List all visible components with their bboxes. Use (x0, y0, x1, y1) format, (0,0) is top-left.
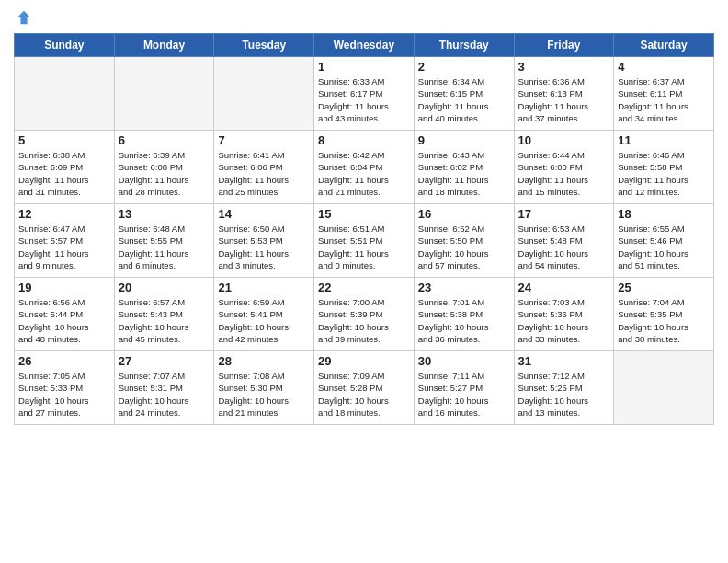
day-info: Sunrise: 6:46 AM Sunset: 5:58 PM Dayligh… (618, 149, 710, 198)
day-number: 7 (218, 133, 310, 147)
day-info: Sunrise: 7:08 AM Sunset: 5:30 PM Dayligh… (218, 370, 310, 419)
calendar-cell: 20Sunrise: 6:57 AM Sunset: 5:43 PM Dayli… (114, 278, 214, 351)
calendar-cell: 4Sunrise: 6:37 AM Sunset: 6:11 PM Daylig… (614, 57, 714, 131)
calendar-cell: 14Sunrise: 6:50 AM Sunset: 5:53 PM Dayli… (214, 204, 314, 278)
svg-marker-0 (17, 11, 30, 24)
day-number: 19 (18, 281, 110, 294)
day-number: 25 (618, 281, 710, 294)
day-number: 3 (518, 60, 610, 74)
logo-icon (16, 9, 32, 26)
calendar-cell: 1Sunrise: 6:33 AM Sunset: 6:17 PM Daylig… (314, 57, 415, 131)
day-info: Sunrise: 7:11 AM Sunset: 5:27 PM Dayligh… (418, 370, 510, 419)
calendar-cell: 2Sunrise: 6:34 AM Sunset: 6:15 PM Daylig… (414, 57, 514, 131)
logo (14, 9, 32, 26)
calendar-cell: 30Sunrise: 7:11 AM Sunset: 5:27 PM Dayli… (414, 351, 514, 425)
calendar-cell: 17Sunrise: 6:53 AM Sunset: 5:48 PM Dayli… (514, 204, 614, 278)
day-number: 28 (218, 354, 310, 368)
day-number: 13 (119, 207, 210, 221)
calendar-cell: 6Sunrise: 6:39 AM Sunset: 6:08 PM Daylig… (114, 131, 214, 204)
day-info: Sunrise: 6:37 AM Sunset: 6:11 PM Dayligh… (618, 75, 710, 124)
calendar-cell: 10Sunrise: 6:44 AM Sunset: 6:00 PM Dayli… (514, 131, 614, 204)
calendar-cell: 13Sunrise: 6:48 AM Sunset: 5:55 PM Dayli… (114, 204, 214, 278)
week-row-1: 5Sunrise: 6:38 AM Sunset: 6:09 PM Daylig… (15, 131, 714, 204)
calendar-cell: 15Sunrise: 6:51 AM Sunset: 5:51 PM Dayli… (314, 204, 415, 278)
calendar-cell: 27Sunrise: 7:07 AM Sunset: 5:31 PM Dayli… (114, 351, 214, 425)
week-row-3: 19Sunrise: 6:56 AM Sunset: 5:44 PM Dayli… (15, 278, 714, 351)
day-number: 8 (318, 133, 410, 147)
day-number: 24 (518, 281, 610, 294)
day-info: Sunrise: 6:39 AM Sunset: 6:08 PM Dayligh… (119, 149, 210, 198)
calendar-table: SundayMondayTuesdayWednesdayThursdayFrid… (14, 33, 714, 425)
day-number: 26 (18, 354, 110, 368)
calendar-cell (214, 57, 314, 131)
day-number: 4 (618, 60, 710, 74)
header (14, 9, 714, 26)
calendar-cell (614, 351, 714, 425)
day-info: Sunrise: 7:01 AM Sunset: 5:38 PM Dayligh… (418, 296, 510, 345)
calendar-cell: 5Sunrise: 6:38 AM Sunset: 6:09 PM Daylig… (15, 131, 115, 204)
weekday-header-friday: Friday (514, 34, 614, 57)
day-info: Sunrise: 7:07 AM Sunset: 5:31 PM Dayligh… (119, 370, 210, 419)
week-row-4: 26Sunrise: 7:05 AM Sunset: 5:33 PM Dayli… (15, 351, 714, 425)
weekday-header-thursday: Thursday (414, 34, 514, 57)
calendar-cell: 12Sunrise: 6:47 AM Sunset: 5:57 PM Dayli… (15, 204, 115, 278)
calendar-cell: 9Sunrise: 6:43 AM Sunset: 6:02 PM Daylig… (414, 131, 514, 204)
day-info: Sunrise: 6:34 AM Sunset: 6:15 PM Dayligh… (418, 75, 510, 124)
day-number: 29 (318, 354, 410, 368)
calendar-cell: 29Sunrise: 7:09 AM Sunset: 5:28 PM Dayli… (314, 351, 415, 425)
day-number: 30 (418, 354, 510, 368)
calendar-cell (15, 57, 115, 131)
calendar-cell: 24Sunrise: 7:03 AM Sunset: 5:36 PM Dayli… (514, 278, 614, 351)
calendar-cell: 23Sunrise: 7:01 AM Sunset: 5:38 PM Dayli… (414, 278, 514, 351)
day-info: Sunrise: 6:59 AM Sunset: 5:41 PM Dayligh… (218, 296, 310, 345)
calendar-cell: 26Sunrise: 7:05 AM Sunset: 5:33 PM Dayli… (15, 351, 115, 425)
day-info: Sunrise: 6:56 AM Sunset: 5:44 PM Dayligh… (18, 296, 110, 345)
weekday-header-row: SundayMondayTuesdayWednesdayThursdayFrid… (15, 34, 714, 57)
calendar-cell: 11Sunrise: 6:46 AM Sunset: 5:58 PM Dayli… (614, 131, 714, 204)
weekday-header-tuesday: Tuesday (214, 34, 314, 57)
day-info: Sunrise: 6:36 AM Sunset: 6:13 PM Dayligh… (518, 75, 610, 124)
calendar-cell: 31Sunrise: 7:12 AM Sunset: 5:25 PM Dayli… (514, 351, 614, 425)
day-info: Sunrise: 6:33 AM Sunset: 6:17 PM Dayligh… (318, 75, 410, 124)
calendar-cell: 22Sunrise: 7:00 AM Sunset: 5:39 PM Dayli… (314, 278, 415, 351)
weekday-header-wednesday: Wednesday (314, 34, 415, 57)
weekday-header-monday: Monday (114, 34, 214, 57)
day-number: 9 (418, 133, 510, 147)
day-info: Sunrise: 7:04 AM Sunset: 5:35 PM Dayligh… (618, 296, 710, 345)
day-info: Sunrise: 6:41 AM Sunset: 6:06 PM Dayligh… (218, 149, 310, 198)
day-number: 17 (518, 207, 610, 221)
day-number: 11 (618, 133, 710, 147)
day-info: Sunrise: 6:43 AM Sunset: 6:02 PM Dayligh… (418, 149, 510, 198)
day-number: 27 (119, 354, 210, 368)
day-number: 15 (318, 207, 410, 221)
weekday-header-sunday: Sunday (15, 34, 115, 57)
day-info: Sunrise: 7:12 AM Sunset: 5:25 PM Dayligh… (518, 370, 610, 419)
day-number: 16 (418, 207, 510, 221)
day-number: 5 (18, 133, 110, 147)
day-info: Sunrise: 6:47 AM Sunset: 5:57 PM Dayligh… (18, 223, 110, 271)
calendar-cell: 28Sunrise: 7:08 AM Sunset: 5:30 PM Dayli… (214, 351, 314, 425)
calendar-cell: 19Sunrise: 6:56 AM Sunset: 5:44 PM Dayli… (15, 278, 115, 351)
day-number: 6 (119, 133, 210, 147)
calendar-cell: 25Sunrise: 7:04 AM Sunset: 5:35 PM Dayli… (614, 278, 714, 351)
day-number: 31 (518, 354, 610, 368)
week-row-0: 1Sunrise: 6:33 AM Sunset: 6:17 PM Daylig… (15, 57, 714, 131)
calendar-cell: 16Sunrise: 6:52 AM Sunset: 5:50 PM Dayli… (414, 204, 514, 278)
day-info: Sunrise: 6:53 AM Sunset: 5:48 PM Dayligh… (518, 223, 610, 271)
calendar-cell: 18Sunrise: 6:55 AM Sunset: 5:46 PM Dayli… (614, 204, 714, 278)
day-info: Sunrise: 6:52 AM Sunset: 5:50 PM Dayligh… (418, 223, 510, 271)
calendar-cell: 21Sunrise: 6:59 AM Sunset: 5:41 PM Dayli… (214, 278, 314, 351)
day-info: Sunrise: 7:05 AM Sunset: 5:33 PM Dayligh… (18, 370, 110, 419)
calendar-cell: 7Sunrise: 6:41 AM Sunset: 6:06 PM Daylig… (214, 131, 314, 204)
day-info: Sunrise: 6:48 AM Sunset: 5:55 PM Dayligh… (119, 223, 210, 271)
day-number: 23 (418, 281, 510, 294)
week-row-2: 12Sunrise: 6:47 AM Sunset: 5:57 PM Dayli… (15, 204, 714, 278)
calendar-cell (114, 57, 214, 131)
calendar-cell: 8Sunrise: 6:42 AM Sunset: 6:04 PM Daylig… (314, 131, 415, 204)
day-number: 22 (318, 281, 410, 294)
day-number: 21 (218, 281, 310, 294)
day-info: Sunrise: 7:09 AM Sunset: 5:28 PM Dayligh… (318, 370, 410, 419)
day-number: 12 (18, 207, 110, 221)
calendar-page: SundayMondayTuesdayWednesdayThursdayFrid… (0, 0, 728, 563)
weekday-header-saturday: Saturday (614, 34, 714, 57)
